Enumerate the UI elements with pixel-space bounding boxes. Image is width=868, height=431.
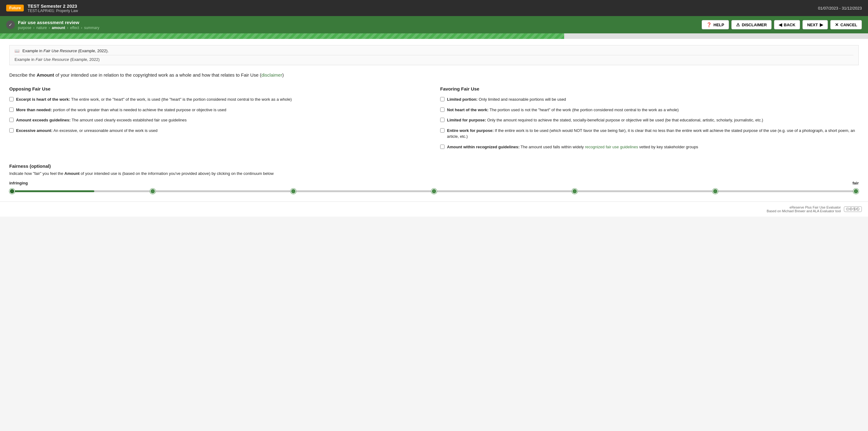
breadcrumb-nature: nature	[36, 26, 47, 30]
sep-4: ›	[81, 26, 82, 30]
breadcrumb-effect: effect	[70, 26, 79, 30]
slider-label-right: fair	[852, 181, 859, 186]
slider-dot-3[interactable]	[290, 189, 296, 194]
favoring-checkbox-1[interactable]	[440, 97, 444, 101]
slider-label-left: infringing	[9, 181, 28, 186]
progress-bar-container	[0, 33, 868, 39]
disclaimer-icon: ⚠	[736, 22, 740, 27]
opposing-checkbox-3[interactable]	[9, 118, 13, 122]
slider-dot-5[interactable]	[572, 189, 578, 194]
course-info: TEST Semester 2 2023 TEST-LAPR401: Prope…	[28, 3, 78, 13]
next-button[interactable]: NEXT ▶	[803, 20, 828, 29]
favoring-checkbox-2[interactable]	[440, 107, 444, 112]
date-range: 01/07/2023 - 31/12/2023	[818, 6, 862, 10]
opposing-item-4: Excessive amount: An excessive, or unrea…	[9, 128, 428, 134]
nav-title: Fair use assessment review	[18, 20, 99, 25]
next-icon: ▶	[820, 22, 823, 27]
favoring-item-5: Amount within recognized guidelines: The…	[440, 144, 859, 150]
breadcrumb: purpose › nature › amount › effect › sum…	[18, 26, 99, 30]
columns: Opposing Fair Use Excerpt is heart of th…	[9, 86, 859, 154]
favoring-item-1: Limited portion: Only limited and reason…	[440, 96, 859, 103]
course-sub: TEST-LAPR401: Property Law	[28, 9, 78, 13]
slider-dots	[9, 189, 859, 194]
opposing-column: Opposing Fair Use Excerpt is heart of th…	[9, 86, 428, 154]
opposing-header: Opposing Fair Use	[9, 86, 428, 92]
citation-secondary: Example in Fair Use Resource (Example, 2…	[14, 55, 854, 62]
disclaimer-button[interactable]: ⚠ DISCLAIMER	[732, 20, 772, 29]
opposing-item-3: Amount exceeds guidelines: The amount us…	[9, 117, 428, 123]
citation-block: 📖 Example in Fair Use Resource (Example,…	[9, 45, 859, 65]
course-name: TEST Semester 2 2023	[28, 3, 78, 9]
opposing-item-2: More than needed: portion of the work gr…	[9, 107, 428, 113]
opposing-item-1: Excerpt is heart of the work: The entire…	[9, 96, 428, 103]
cancel-icon: ✕	[835, 22, 839, 27]
opposing-label-4: Excessive amount: An excessive, or unrea…	[16, 128, 157, 134]
cc-badge: 🅭🅯🄏🅮	[844, 206, 862, 212]
citation-primary: 📖 Example in Fair Use Resource (Example,…	[14, 48, 854, 53]
back-label: BACK	[784, 23, 796, 27]
opposing-label-2: More than needed: portion of the work gr…	[16, 107, 226, 113]
nav-buttons: ❓ HELP ⚠ DISCLAIMER ◀ BACK NEXT ▶ ✕ CANC…	[702, 20, 862, 29]
favoring-header: Favoring Fair Use	[440, 86, 859, 92]
fairness-title: Fairness (optional)	[9, 163, 859, 169]
next-label: NEXT	[807, 23, 818, 27]
favoring-column: Favoring Fair Use Limited portion: Only …	[440, 86, 859, 154]
breadcrumb-amount: amount	[52, 26, 65, 30]
help-label: HELP	[713, 23, 724, 27]
cancel-label: CANCEL	[840, 23, 857, 27]
progress-bar-remaining	[564, 33, 868, 39]
footer-line1: eReserve Plus Fair Use Evaluator	[767, 205, 841, 209]
slider-dot-6[interactable]	[713, 189, 718, 194]
slider-container[interactable]	[9, 187, 859, 195]
main-content: 📖 Example in Fair Use Resource (Example,…	[0, 39, 868, 201]
slider-dot-7[interactable]	[853, 189, 859, 194]
favoring-label-4: Entire work for purpose: If the entire w…	[447, 128, 859, 140]
top-bar: Future TEST Semester 2 2023 TEST-LAPR401…	[0, 0, 868, 16]
slider-labels: infringing fair	[9, 181, 859, 186]
disclaimer-label: DISCLAIMER	[742, 23, 767, 27]
opposing-checkbox-1[interactable]	[9, 97, 13, 101]
opposing-label-1: Excerpt is heart of the work: The entire…	[16, 96, 292, 103]
future-badge: Future	[6, 5, 24, 11]
back-icon: ◀	[779, 22, 782, 27]
favoring-checkbox-5[interactable]	[440, 144, 444, 149]
fairness-section: Fairness (optional) Indicate how "fair" …	[9, 163, 859, 195]
opposing-label-3: Amount exceeds guidelines: The amount us…	[16, 117, 187, 123]
help-icon: ❓	[706, 22, 712, 27]
fairness-desc: Indicate how "fair" you feel the Amount …	[9, 171, 859, 176]
favoring-checkbox-3[interactable]	[440, 118, 444, 122]
help-button[interactable]: ❓ HELP	[702, 20, 729, 29]
favoring-label-1: Limited portion: Only limited and reason…	[447, 96, 566, 103]
footer-line2: Based on Michael Brewer and ALA Evaluato…	[767, 209, 841, 213]
breadcrumb-purpose: purpose	[18, 26, 31, 30]
nav-icon: ✓	[6, 21, 15, 29]
slider-dot-2[interactable]	[150, 189, 155, 194]
back-button[interactable]: ◀ BACK	[774, 20, 800, 29]
question-text: Describe the Amount of your intended use…	[9, 71, 859, 79]
favoring-item-4: Entire work for purpose: If the entire w…	[440, 128, 859, 140]
footer-text: eReserve Plus Fair Use Evaluator Based o…	[767, 205, 841, 213]
page-footer: eReserve Plus Fair Use Evaluator Based o…	[0, 201, 868, 217]
sep-2: ›	[49, 26, 50, 30]
sep-1: ›	[33, 26, 34, 30]
favoring-item-3: Limited for purpose: Only the amount req…	[440, 117, 859, 123]
progress-bar-fill	[0, 33, 564, 39]
cancel-button[interactable]: ✕ CANCEL	[830, 20, 862, 29]
slider-dot-4[interactable]	[431, 189, 437, 194]
opposing-checkbox-2[interactable]	[9, 107, 13, 112]
book-icon: 📖	[14, 48, 20, 53]
favoring-checkbox-4[interactable]	[440, 128, 444, 133]
slider-dot-1[interactable]	[9, 189, 15, 194]
nav-title-block: Fair use assessment review purpose › nat…	[18, 20, 99, 30]
disclaimer-link[interactable]: disclaimer	[261, 72, 282, 77]
nav-left: ✓ Fair use assessment review purpose › n…	[6, 20, 99, 30]
nav-bar: ✓ Fair use assessment review purpose › n…	[0, 16, 868, 33]
favoring-label-3: Limited for purpose: Only the amount req…	[447, 117, 763, 123]
favoring-label-2: Not heart of the work: The portion used …	[447, 107, 679, 113]
top-bar-left: Future TEST Semester 2 2023 TEST-LAPR401…	[6, 3, 78, 13]
guidelines-link[interactable]: recognized fair use guidelines	[585, 144, 638, 149]
favoring-item-2: Not heart of the work: The portion used …	[440, 107, 859, 113]
favoring-label-5: Amount within recognized guidelines: The…	[447, 144, 698, 150]
opposing-checkbox-4[interactable]	[9, 128, 13, 133]
breadcrumb-summary: summary	[84, 26, 99, 30]
